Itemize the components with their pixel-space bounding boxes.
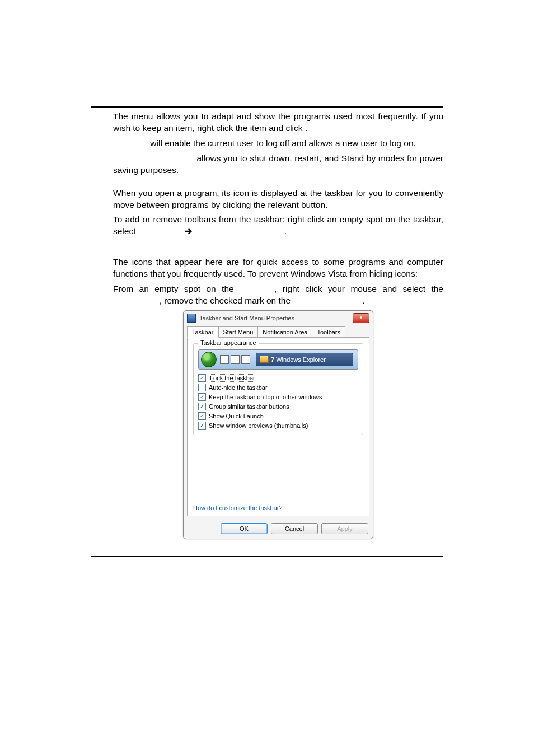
checkbox-icon[interactable] <box>198 384 206 391</box>
text: From an empty spot on the <box>113 284 240 293</box>
checkbox-icon[interactable]: ✓ <box>198 422 206 430</box>
tray-icon <box>241 355 250 364</box>
text: . <box>362 296 364 305</box>
check-label: Show window previews (thumbnails) <box>209 422 308 429</box>
rule-bottom <box>91 556 443 557</box>
paragraph-shutdown: XXXXXXXXXXXXXX allows you to shut down, … <box>113 153 443 176</box>
taskbar-appearance-group: Taskbar appearance 7 Windows Explorer <box>193 343 363 435</box>
text: , right click your mouse and select the <box>274 284 443 293</box>
cancel-button[interactable]: Cancel <box>271 523 318 534</box>
text: allows you to shut down, restart, and St… <box>113 153 443 175</box>
check-label: Group similar taskbar buttons <box>209 403 289 410</box>
rule-top <box>91 106 443 108</box>
text: The <box>113 111 132 121</box>
help-link[interactable]: How do I customize the taskbar? <box>193 505 283 511</box>
text: , remove the checked mark on the <box>160 296 293 305</box>
text: To add or remove toolbars from the taskb… <box>113 214 443 236</box>
arrow-icon: ➔ <box>185 226 192 236</box>
taskbar-properties-dialog: Taskbar and Start Menu Properties x Task… <box>183 310 373 539</box>
paragraph-notification-steps: From an empty spot on the XXXXXX, right … <box>113 283 443 307</box>
check-label: Lock the taskbar <box>209 374 256 382</box>
check-label: Keep the taskbar on top of other windows <box>209 394 322 400</box>
tab-start-menu[interactable]: Start Menu <box>218 326 259 337</box>
close-button[interactable]: x <box>353 313 369 323</box>
checkbox-icon[interactable]: ✓ <box>198 412 206 420</box>
dialog-tabs: Taskbar Start Menu Notification Area Too… <box>187 326 369 337</box>
paragraph-toolbars: To add or remove toolbars from the taskb… <box>113 214 443 237</box>
paragraph-start-menu: The menu allows you to adapt and show th… <box>113 111 443 134</box>
tab-body: Taskbar appearance 7 Windows Explorer <box>187 337 369 516</box>
tab-toolbars[interactable]: Toolbars <box>312 326 345 337</box>
checkbox-icon[interactable]: ✓ <box>198 403 206 410</box>
paragraph-taskbar-intro: When you open a program, its icon is dis… <box>113 188 443 211</box>
check-lock-taskbar[interactable]: ✓ Lock the taskbar <box>198 374 358 382</box>
checkbox-icon[interactable]: ✓ <box>198 374 206 382</box>
check-auto-hide[interactable]: Auto-hide the taskbar <box>198 384 358 391</box>
folder-icon <box>260 356 269 363</box>
taskbar-button-preview: 7 Windows Explorer <box>256 353 353 366</box>
group-label: Taskbar appearance <box>198 339 259 346</box>
body-text: The menu allows you to adapt and show th… <box>91 111 443 539</box>
text: . <box>284 226 287 236</box>
tray-icon <box>220 355 229 364</box>
check-label: Auto-hide the taskbar <box>209 384 268 391</box>
text: will enable the current user to log off … <box>148 138 416 148</box>
dialog-title: Taskbar and Start Menu Properties <box>199 315 353 321</box>
apply-button[interactable]: Apply <box>321 523 368 534</box>
dialog-buttons: OK Cancel Apply <box>184 520 373 539</box>
text: . <box>305 123 307 133</box>
paragraph-logoff: XXXXXX will enable the current user to l… <box>113 138 443 150</box>
taskbar-preview: 7 Windows Explorer <box>198 349 358 370</box>
ok-button[interactable]: OK <box>221 523 268 534</box>
paragraph-notification-intro: The icons that appear here are for quick… <box>113 256 443 280</box>
check-label: Show Quick Launch <box>209 413 264 419</box>
check-quick-launch[interactable]: ✓ Show Quick Launch <box>198 412 358 420</box>
dialog-titlebar: Taskbar and Start Menu Properties x <box>184 311 373 323</box>
tab-taskbar[interactable]: Taskbar <box>187 326 219 338</box>
window-icon <box>187 314 196 323</box>
check-on-top[interactable]: ✓ Keep the taskbar on top of other windo… <box>198 393 358 401</box>
check-group-similar[interactable]: ✓ Group similar taskbar buttons <box>198 403 358 410</box>
tray-icon <box>231 355 240 364</box>
quick-launch-icons <box>220 355 250 364</box>
start-orb-icon <box>201 352 217 367</box>
check-thumbnails[interactable]: ✓ Show window previews (thumbnails) <box>198 422 358 430</box>
checkbox-icon[interactable]: ✓ <box>198 393 206 401</box>
tab-notification-area[interactable]: Notification Area <box>257 326 312 337</box>
text: menu allows you to adapt and show the pr… <box>113 111 443 133</box>
